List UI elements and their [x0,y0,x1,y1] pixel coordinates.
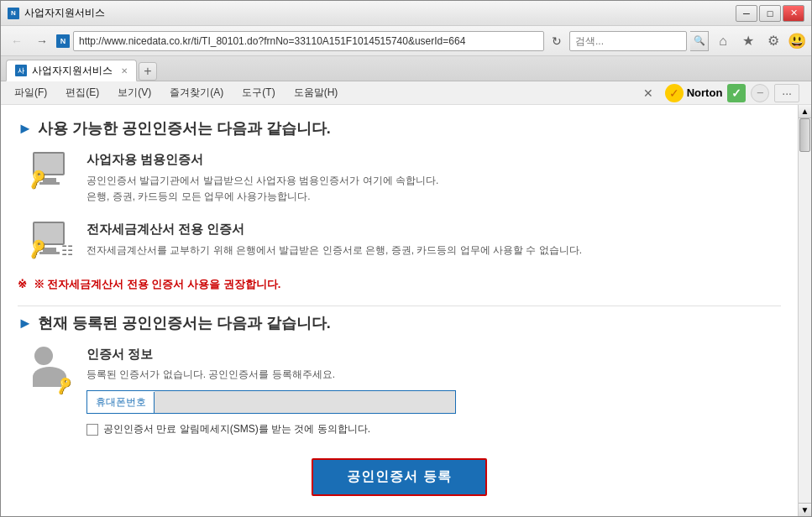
divider1 [18,306,781,306]
norton-badge: ✓ [665,84,684,102]
warning-symbol-icon: ※ [18,278,27,290]
tab-label: 사업자지원서비스 [32,64,113,78]
content-area: ► 사용 가능한 공인인증서는 다음과 같습니다. 🔑 사업자용 범용인증서 공… [1,105,811,516]
cert2-desc: 전자세금계산서를 교부하기 위해 은행에서 발급받은 인증서로 은행, 증권, … [86,243,781,258]
search-input[interactable] [569,31,687,51]
user-icon: 🔑 [26,347,73,394]
section1-arrow-icon: ► [18,120,33,138]
search-button[interactable]: 🔍 [690,31,709,51]
cert2-item: 🔑 ☷ 전자세금계산서 전용 인증서 전자세금계산서를 교부하기 위해 은행에서… [18,222,781,260]
cert-info-box: 인증서 정보 등록된 인증서가 없습니다. 공인인증서를 등록해주세요. 휴대폰… [86,347,781,450]
person-head-icon [34,347,53,365]
current-cert-area: 🔑 인증서 정보 등록된 인증서가 없습니다. 공인인증서를 등록해주세요. 휴… [18,347,781,450]
cert1-info: 사업자용 범용인증서 공인인증서 발급기관에서 발급받으신 사업자용 범용인증서… [86,152,781,205]
more-button[interactable]: ··· [774,84,799,102]
menu-help[interactable]: 도움말(H) [286,83,347,102]
smiley-icon: 😃 [788,32,806,50]
address-bar[interactable] [73,31,544,51]
close-button[interactable]: ✕ [783,5,804,22]
window-controls: ─ □ ✕ [736,5,804,22]
menu-bar: 파일(F) 편집(E) 보기(V) 즐겨찾기(A) 도구(T) 도움말(H) ✕… [1,81,811,105]
back-button[interactable]: ← [6,30,28,52]
phone-input-area: 휴대폰번호 [86,390,456,414]
cert-info-title: 인증서 정보 [86,347,781,363]
site-favicon: N [56,34,70,48]
scrollbar-down-button[interactable]: ▼ [799,503,811,516]
scrollbar-up-button[interactable]: ▲ [799,105,811,118]
section2-arrow-icon: ► [18,315,33,332]
menu-favorites[interactable]: 즐겨찾기(A) [161,83,232,102]
sms-agree-label: 공인인증서 만료 알림메세지(SMS)를 받는 것에 동의합니다. [103,422,370,436]
cert2-icon: 🔑 ☷ [26,222,73,260]
norton-logo: ✓ Norton [665,84,723,102]
refresh-button[interactable]: ↻ [547,32,566,50]
window-title: 사업자지원서비스 [24,6,105,20]
norton-toolbar: ✓ Norton ✓ ─ ··· [658,84,806,102]
cert1-item: 🔑 사업자용 범용인증서 공인인증서 발급기관에서 발급받으신 사업자용 범용인… [18,152,781,205]
tab-close-button[interactable]: ✕ [121,66,128,76]
browser-window: N 사업자지원서비스 ─ □ ✕ ← → N ↻ 🔍 ⌂ ★ ⚙ 😃 사 사업자… [0,0,812,517]
cert1-title: 사업자용 범용인증서 [86,152,781,168]
favorites-button[interactable]: ★ [737,30,759,52]
menu-tools[interactable]: 도구(T) [233,83,283,102]
minimize-button[interactable]: ─ [736,5,757,22]
cert2-info: 전자세금계산서 전용 인증서 전자세금계산서를 교부하기 위해 은행에서 발급받… [86,222,781,258]
section2-title: ► 현재 등록된 공인인증서는 다음과 같습니다. [18,313,781,333]
norton-info-button[interactable]: ─ [751,84,769,102]
browser-favicon: N [8,8,19,19]
menu-file[interactable]: 파일(F) [6,83,55,102]
toolbar-close-button[interactable]: ✕ [640,85,657,102]
scrollbar: ▲ ▼ [798,105,811,516]
forward-button[interactable]: → [31,30,53,52]
phone-space [155,391,455,413]
grid-icon: ☷ [61,243,73,258]
menu-edit[interactable]: 편집(E) [57,83,107,102]
tools-button[interactable]: ⚙ [762,30,784,52]
cert1-desc1: 공인인증서 발급기관에서 발급받으신 사업자용 범용인증서가 여기에 속합니다. [86,173,781,189]
norton-status-check[interactable]: ✓ [727,84,746,102]
warning-text: ※ ※ 전자세금계산서 전용 인증서 사용을 권장합니다. [18,277,781,292]
nav-bar: ← → N ↻ 🔍 ⌂ ★ ⚙ 😃 [1,26,811,56]
norton-text: Norton [687,86,723,99]
title-bar: N 사업자지원서비스 ─ □ ✕ [1,1,811,26]
sms-agree-checkbox[interactable] [86,424,98,436]
scrollbar-thumb[interactable] [799,118,810,152]
section1-title: ► 사용 가능한 공인인증서는 다음과 같습니다. [18,118,781,138]
scrollbar-track [799,118,811,503]
main-content: ► 사용 가능한 공인인증서는 다음과 같습니다. 🔑 사업자용 범용인증서 공… [1,105,798,516]
cert1-desc2: 은행, 증권, 카드등의 모든 업무에 사용가능합니다. [86,189,781,205]
new-tab-button[interactable]: + [139,62,157,81]
register-button[interactable]: 공인인증서 등록 [312,458,486,496]
register-btn-wrap: 공인인증서 등록 [18,458,781,496]
tab-active[interactable]: 사 사업자지원서비스 ✕ [6,60,137,81]
no-cert-text: 등록된 인증서가 없습니다. 공인인증서를 등록해주세요. [86,368,781,382]
sms-agree-area: 공인인증서 만료 알림메세지(SMS)를 받는 것에 동의합니다. [86,422,781,436]
tab-bar: 사 사업자지원서비스 ✕ + [1,56,811,81]
phone-label: 휴대폰번호 [87,392,155,413]
maximize-button[interactable]: □ [759,5,781,22]
cert2-title: 전자세금계산서 전용 인증서 [86,222,781,238]
tab-favicon: 사 [15,65,27,76]
home-button[interactable]: ⌂ [712,30,734,52]
menu-view[interactable]: 보기(V) [109,83,160,102]
cert1-icon: 🔑 [26,152,73,191]
